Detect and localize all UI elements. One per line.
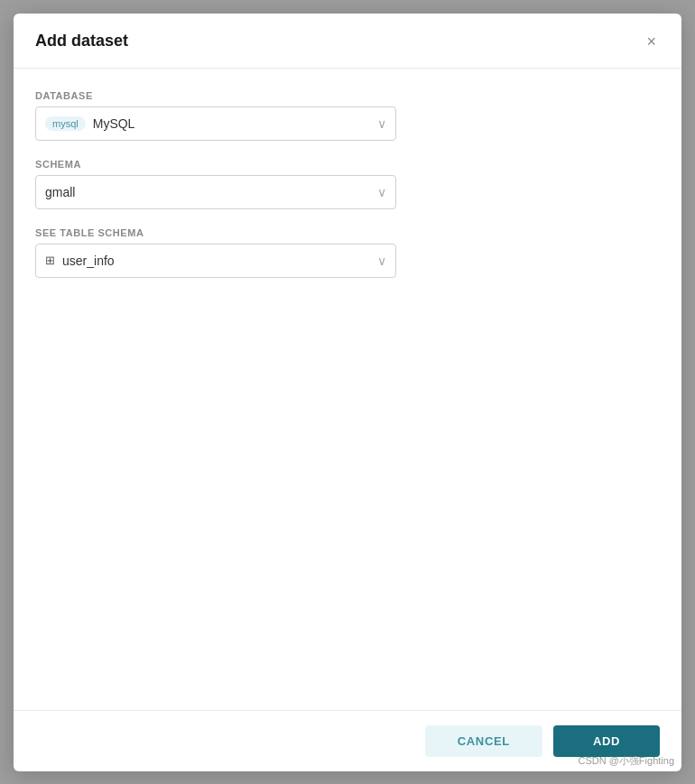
close-button[interactable]: × (643, 30, 660, 53)
modal-header: Add dataset × (14, 14, 681, 69)
schema-field-group: SCHEMA gmall ∨ (35, 159, 660, 209)
database-select[interactable]: mysql MySQL ∨ (35, 106, 396, 141)
modal-body: DATABASE mysql MySQL ∨ SCHEMA gmall ∨ (14, 69, 681, 710)
table-chevron-icon: ∨ (377, 254, 386, 268)
database-badge: mysql (45, 116, 86, 131)
watermark: CSDN @小强Fighting (578, 754, 674, 768)
schema-value: gmall (45, 185, 75, 199)
schema-chevron-icon: ∨ (377, 185, 386, 199)
table-select[interactable]: ⊞ user_info ∨ (35, 244, 396, 278)
cancel-button[interactable]: CANCEL (425, 725, 542, 757)
table-field-group: SEE TABLE SCHEMA ⊞ user_info ∨ (35, 227, 660, 278)
add-dataset-modal: Add dataset × DATABASE mysql MySQL ∨ SCH… (14, 14, 681, 771)
add-button[interactable]: ADD (553, 725, 660, 757)
database-chevron-icon: ∨ (377, 116, 386, 131)
table-select-wrapper: ⊞ user_info ∨ (35, 244, 396, 278)
modal-title: Add dataset (35, 32, 128, 51)
table-label: SEE TABLE SCHEMA (35, 227, 660, 238)
database-field-group: DATABASE mysql MySQL ∨ (35, 90, 660, 141)
close-icon: × (646, 33, 656, 50)
schema-label: SCHEMA (35, 159, 660, 170)
database-label: DATABASE (35, 90, 660, 101)
schema-select-wrapper: gmall ∨ (35, 175, 396, 209)
database-select-wrapper: mysql MySQL ∨ (35, 106, 396, 141)
database-value: MySQL (93, 116, 135, 131)
table-icon: ⊞ (45, 254, 55, 267)
table-value: user_info (62, 254, 115, 268)
schema-select[interactable]: gmall ∨ (35, 175, 396, 209)
modal-overlay: Add dataset × DATABASE mysql MySQL ∨ SCH… (0, 0, 695, 784)
